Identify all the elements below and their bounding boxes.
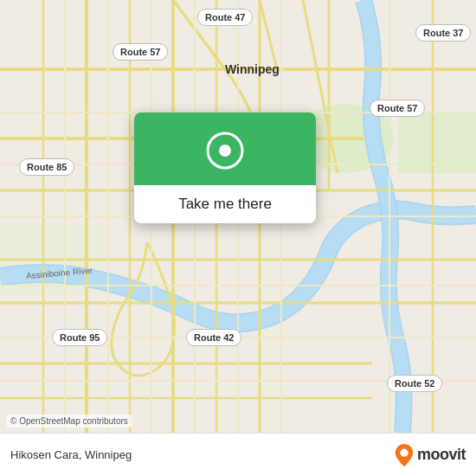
- route-badge-42: Route 42: [186, 329, 241, 346]
- route-badge-57-top: Route 57: [113, 43, 168, 61]
- route-badge-52: Route 52: [387, 375, 442, 392]
- svg-point-33: [219, 145, 231, 157]
- popup-card: Take me there: [134, 113, 316, 223]
- route-badge-47: Route 47: [197, 9, 253, 26]
- svg-point-34: [400, 448, 408, 456]
- route-badge-37: Route 37: [415, 24, 471, 42]
- moovit-wordmark: moovit: [417, 446, 466, 464]
- bottom-bar: Hikosen Cara, Winnipeg moovit: [0, 433, 476, 476]
- moovit-logo[interactable]: moovit: [395, 444, 466, 466]
- location-pin-icon: [206, 132, 244, 170]
- route-badge-95: Route 95: [52, 329, 107, 346]
- map: Winnipeg Assiniboine River Route 47 Rout…: [0, 0, 476, 433]
- map-attribution: © OpenStreetMap contributors: [7, 415, 132, 428]
- moovit-pin-icon: [395, 444, 414, 466]
- popup-icon-area: [134, 113, 316, 185]
- route-badge-57-right: Route 57: [370, 100, 425, 117]
- take-me-there-button[interactable]: Take me there: [134, 185, 316, 223]
- route-badge-85: Route 85: [19, 158, 74, 176]
- location-label: Hikosen Cara, Winnipeg: [10, 448, 132, 461]
